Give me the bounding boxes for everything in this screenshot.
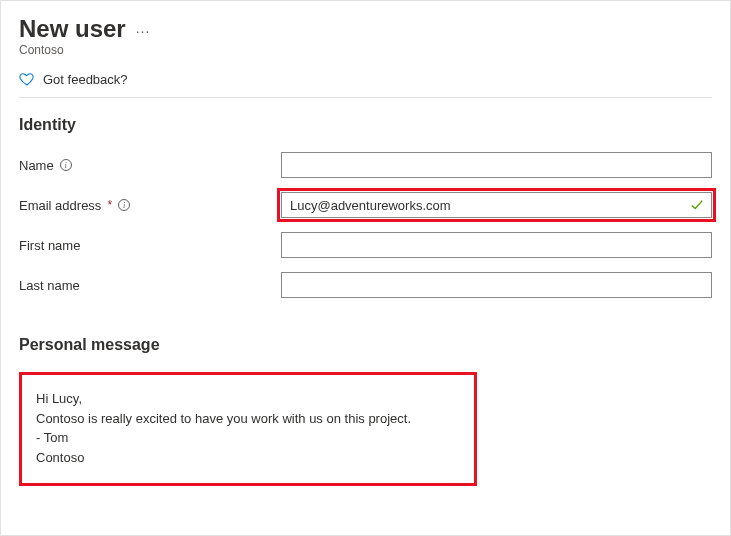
message-signature-name: - Tom bbox=[36, 428, 460, 448]
first-name-row: First name bbox=[19, 232, 712, 258]
section-divider bbox=[19, 97, 712, 98]
name-label: Name bbox=[19, 158, 54, 173]
first-name-label: First name bbox=[19, 238, 80, 253]
last-name-input[interactable] bbox=[281, 272, 712, 298]
first-name-input[interactable] bbox=[281, 232, 712, 258]
email-row: Email address * i bbox=[19, 192, 712, 218]
personal-message-section: Personal message Hi Lucy, Contoso is rea… bbox=[19, 336, 712, 486]
feedback-label: Got feedback? bbox=[43, 72, 128, 87]
header: New user ··· bbox=[19, 15, 712, 43]
last-name-label: Last name bbox=[19, 278, 80, 293]
name-input[interactable] bbox=[281, 152, 712, 178]
personal-message-heading: Personal message bbox=[19, 336, 712, 354]
message-body: Contoso is really excited to have you wo… bbox=[36, 409, 460, 429]
message-signature-org: Contoso bbox=[36, 448, 460, 468]
email-label: Email address bbox=[19, 198, 101, 213]
more-actions-button[interactable]: ··· bbox=[136, 19, 151, 39]
info-icon[interactable]: i bbox=[60, 159, 72, 171]
last-name-row: Last name bbox=[19, 272, 712, 298]
heart-icon bbox=[19, 71, 35, 87]
name-row: Name i bbox=[19, 152, 712, 178]
required-indicator: * bbox=[107, 198, 112, 212]
feedback-link[interactable]: Got feedback? bbox=[19, 71, 712, 87]
page-title: New user bbox=[19, 15, 126, 43]
info-icon[interactable]: i bbox=[118, 199, 130, 211]
personal-message-textarea[interactable]: Hi Lucy, Contoso is really excited to ha… bbox=[19, 372, 477, 486]
message-greeting: Hi Lucy, bbox=[36, 389, 460, 409]
checkmark-icon bbox=[690, 198, 704, 212]
identity-heading: Identity bbox=[19, 116, 712, 134]
email-input[interactable] bbox=[281, 192, 712, 218]
tenant-subtitle: Contoso bbox=[19, 43, 712, 57]
